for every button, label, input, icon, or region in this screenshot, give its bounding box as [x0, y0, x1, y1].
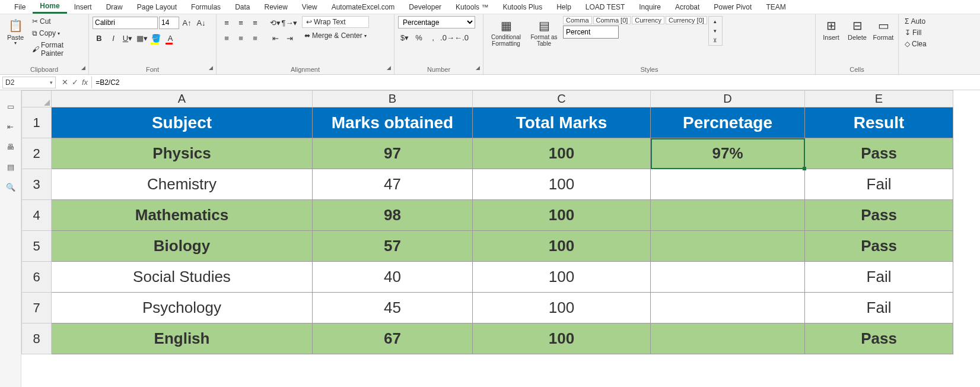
cut-button[interactable]: ✂Cut — [30, 16, 85, 27]
font-name-select[interactable] — [93, 17, 158, 29]
tab-load-test[interactable]: LOAD TEST — [578, 1, 632, 13]
tab-team[interactable]: TEAM — [759, 1, 793, 13]
cell-B7[interactable]: 45 — [313, 293, 473, 323]
cell-C4[interactable]: 100 — [473, 200, 651, 231]
border-button[interactable]: ▦▾ — [135, 31, 148, 45]
tab-formulas[interactable]: Formulas — [184, 1, 228, 13]
pane-icon[interactable]: ▭ — [6, 102, 15, 112]
tab-help[interactable]: Help — [549, 1, 578, 13]
row-header-8[interactable]: 8 — [22, 323, 52, 354]
tab-developer[interactable]: Developer — [402, 1, 448, 13]
italic-button[interactable]: I — [107, 31, 120, 45]
decrease-indent-icon[interactable]: ⇤ — [269, 31, 282, 45]
dialog-launcher-icon[interactable]: ◢ — [79, 65, 87, 73]
number-format-select[interactable]: Percentage — [398, 16, 475, 28]
select-all-corner[interactable] — [22, 91, 52, 107]
cell-C6[interactable]: 100 — [473, 262, 651, 293]
cell-E2[interactable]: Pass — [805, 138, 953, 169]
tab-automateexcel-com[interactable]: AutomateExcel.com — [324, 1, 402, 13]
header-cell[interactable]: Marks obtained — [313, 107, 473, 138]
copy-button[interactable]: ⧉Copy▾ — [30, 28, 85, 39]
wrap-text-button[interactable]: ↩Wrap Text — [302, 16, 369, 28]
underline-button[interactable]: U▾ — [121, 31, 134, 45]
grid[interactable]: ABCDE1SubjectMarks obtainedTotal MarksPe… — [21, 90, 953, 354]
cell-A5[interactable]: Biology — [52, 231, 313, 262]
cell-A6[interactable]: Social Studies — [52, 262, 313, 293]
col-header-A[interactable]: A — [52, 91, 313, 107]
tab-draw[interactable]: Draw — [99, 1, 130, 13]
tab-page-layout[interactable]: Page Layout — [130, 1, 184, 13]
tab-review[interactable]: Review — [257, 1, 294, 13]
clear-button[interactable]: ◇Clea — [902, 39, 929, 49]
cell-A2[interactable]: Physics — [52, 138, 313, 169]
col-header-B[interactable]: B — [313, 91, 473, 107]
cell-D3[interactable] — [651, 169, 805, 200]
cell-A7[interactable]: Psychology — [52, 293, 313, 323]
cell-E7[interactable]: Fail — [805, 293, 953, 323]
gallery-more-icon[interactable]: ⊻ — [709, 36, 722, 45]
header-cell[interactable]: Result — [805, 107, 953, 138]
header-cell[interactable]: Percnetage — [651, 107, 805, 138]
fill-button[interactable]: ↧Fill — [902, 27, 924, 38]
align-bottom-icon[interactable]: ≡ — [249, 16, 262, 29]
dialog-launcher-icon[interactable]: ◢ — [473, 65, 482, 73]
row-header-2[interactable]: 2 — [22, 138, 52, 169]
row-header-3[interactable]: 3 — [22, 169, 52, 200]
paste-button[interactable]: 📋 Paste ▾ — [4, 16, 27, 47]
merge-center-button[interactable]: ⬌Merge & Center▾ — [302, 30, 369, 41]
cell-D5[interactable] — [651, 231, 805, 262]
pane-icon[interactable]: ▤ — [6, 163, 15, 172]
tab-acrobat[interactable]: Acrobat — [668, 1, 707, 13]
col-header-C[interactable]: C — [473, 91, 651, 107]
cell-E3[interactable]: Fail — [805, 169, 953, 200]
increase-indent-icon[interactable]: ⇥ — [283, 31, 296, 45]
tab-view[interactable]: View — [295, 1, 324, 13]
cell-B8[interactable]: 67 — [313, 323, 473, 354]
cell-B5[interactable]: 57 — [313, 231, 473, 262]
dialog-launcher-icon[interactable]: ◢ — [206, 65, 215, 73]
row-header-6[interactable]: 6 — [22, 262, 52, 293]
increase-decimal-icon[interactable]: .0→ — [441, 31, 454, 44]
pane-icon[interactable]: 🔍 — [6, 183, 15, 192]
delete-button[interactable]: ⊟Delete — [845, 16, 869, 42]
dialog-launcher-icon[interactable]: ◢ — [384, 65, 393, 73]
pane-icon[interactable]: 🖶 — [6, 142, 15, 152]
comma-icon[interactable]: , — [427, 31, 440, 44]
align-top-icon[interactable]: ≡ — [220, 16, 233, 29]
tab-file[interactable]: File — [7, 1, 33, 13]
cell-D6[interactable] — [651, 262, 805, 293]
cell-C7[interactable]: 100 — [473, 293, 651, 323]
cell-D7[interactable] — [651, 293, 805, 323]
col-header-D[interactable]: D — [651, 91, 805, 107]
style-currency[interactable]: Currency — [632, 16, 664, 24]
row-header-7[interactable]: 7 — [22, 293, 52, 323]
cell-A3[interactable]: Chemistry — [52, 169, 313, 200]
gallery-down-icon[interactable]: ▾ — [709, 26, 722, 36]
col-header-E[interactable]: E — [805, 91, 953, 107]
font-color-button[interactable]: A — [164, 31, 177, 45]
cell-D2[interactable]: 97% — [651, 138, 805, 169]
cell-E5[interactable]: Pass — [805, 231, 953, 262]
decrease-font-icon[interactable]: A↓ — [195, 16, 208, 29]
formula-input[interactable] — [91, 77, 980, 88]
format-button[interactable]: ▭Format — [871, 16, 895, 42]
decrease-decimal-icon[interactable]: ←.0 — [455, 31, 468, 44]
cell-B4[interactable]: 98 — [313, 200, 473, 231]
gallery-up-icon[interactable]: ▴ — [709, 17, 722, 26]
cell-D8[interactable] — [651, 323, 805, 354]
fill-color-button[interactable]: 🪣 — [149, 31, 163, 45]
enter-icon[interactable]: ✓ — [72, 78, 78, 87]
accounting-icon[interactable]: $▾ — [398, 31, 411, 44]
cell-E8[interactable]: Pass — [805, 323, 953, 354]
orientation-icon[interactable]: ⟲▾ — [269, 16, 282, 29]
pane-icon[interactable]: ⇤ — [6, 122, 15, 132]
style-comma[interactable]: Comma — [563, 16, 592, 24]
tab-kutools-[interactable]: Kutools ™ — [448, 1, 495, 13]
align-right-icon[interactable]: ≡ — [249, 31, 262, 45]
tab-data[interactable]: Data — [228, 1, 257, 13]
format-painter-button[interactable]: 🖌Format Painter — [30, 40, 85, 59]
name-box[interactable]: D2▾ — [2, 77, 56, 88]
conditional-formatting-button[interactable]: ▦ Conditional Formatting — [487, 16, 525, 48]
cell-B3[interactable]: 47 — [313, 169, 473, 200]
cell-C8[interactable]: 100 — [473, 323, 651, 354]
